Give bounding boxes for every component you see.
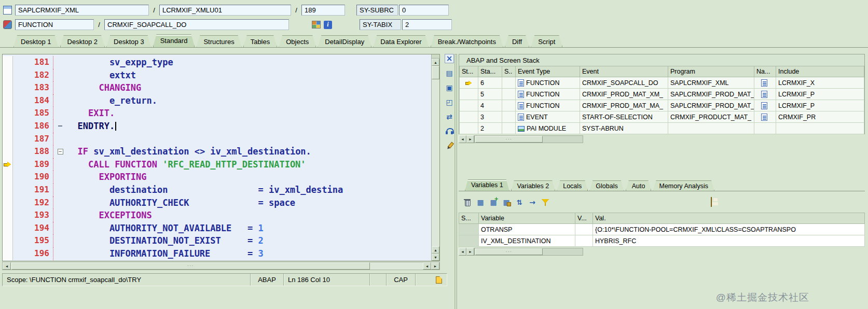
stack-row[interactable]: 4FUNCTIONCRMXIF_PROD_MAT_MA_SAPLCRMXIF_P… <box>460 100 864 111</box>
breakpoint-margin[interactable] <box>3 69 13 82</box>
navigation-icon[interactable] <box>761 91 767 98</box>
fold-margin[interactable] <box>53 234 67 247</box>
tab-detaildisplay[interactable]: DetailDisplay <box>318 35 371 47</box>
breakpoint-margin[interactable] <box>3 247 13 260</box>
editor-vertical-scrollbar[interactable]: ▲ ▲ ▼ <box>431 54 439 261</box>
info-icon[interactable] <box>324 21 332 29</box>
fold-margin[interactable] <box>53 184 67 196</box>
fold-margin[interactable] <box>53 81 67 94</box>
tab-desktop-1[interactable]: Desktop 1 <box>13 35 59 47</box>
fold-margin[interactable] <box>53 222 67 235</box>
tab-structures[interactable]: Structures <box>196 35 241 47</box>
save-icon[interactable] <box>711 197 712 207</box>
breakpoint-margin[interactable] <box>3 209 13 222</box>
tab-diff[interactable]: Diff <box>505 35 529 47</box>
navigation-icon[interactable] <box>761 102 767 109</box>
scroll-up-button[interactable]: ▲ <box>432 59 439 66</box>
tab-data-explorer[interactable]: Data Explorer <box>373 35 429 47</box>
tab-objects[interactable]: Objects <box>279 35 316 47</box>
variables-column-header-s[interactable]: S... <box>459 213 479 224</box>
event-name-field[interactable]: CRMXIF_SOAPCALL_DO <box>104 19 289 30</box>
fold-margin[interactable] <box>53 158 67 171</box>
tab-auto[interactable]: Auto <box>626 180 652 191</box>
delete-icon[interactable] <box>463 198 472 207</box>
breakpoint-margin[interactable] <box>3 145 13 158</box>
scroll-track[interactable]: ∙∙∙ <box>11 262 423 270</box>
tab-locals[interactable]: Locals <box>557 180 588 191</box>
scroll-left-button[interactable]: ◄ <box>459 248 466 256</box>
scroll-right-button[interactable]: ► <box>466 135 474 143</box>
fold-margin[interactable] <box>53 69 67 82</box>
variable-row[interactable]: IV_XML_DESTINATIONHYBRIS_RFC <box>459 235 865 247</box>
services-icon[interactable] <box>445 127 454 136</box>
horizontal-scroll-thumb[interactable]: ∙∙∙ <box>475 248 543 255</box>
scroll-right-button[interactable]: ► <box>466 248 474 256</box>
breakpoint-margin[interactable] <box>3 158 13 171</box>
scroll-left-button[interactable]: ◄ <box>423 262 431 270</box>
stack-row[interactable]: 6FUNCTIONCRMXIF_SOAPCALL_DOSAPLCRMXIF_XM… <box>460 77 864 89</box>
include-field[interactable]: LCRMXIF_XMLU01 <box>159 5 291 16</box>
breakpoint-margin[interactable] <box>3 196 13 209</box>
split-handle[interactable] <box>432 54 439 59</box>
program-field[interactable]: SAPLCRMXIF_XML <box>15 5 149 16</box>
fold-margin[interactable] <box>53 133 67 146</box>
breakpoint-margin[interactable] <box>3 184 13 196</box>
scroll-up-button[interactable]: ▲ <box>432 246 439 254</box>
variable-name-cell[interactable]: IV_XML_DESTINATION <box>479 235 575 247</box>
scroll-down-button[interactable]: ▼ <box>432 254 439 261</box>
close-icon[interactable] <box>445 54 454 63</box>
stack-row[interactable]: 3EVENTSTART-OF-SELECTIONCRMXIF_PRODUCT_M… <box>460 111 864 123</box>
table-save-icon[interactable] <box>502 198 511 207</box>
breakpoint-margin[interactable] <box>3 94 13 107</box>
horizontal-scroll-thumb[interactable]: ∙∙∙ <box>475 136 543 143</box>
stack-column-header-include[interactable]: Include <box>776 66 864 77</box>
variable-value-cell[interactable]: HYBRIS_RFC <box>593 235 865 247</box>
tab-variables-1[interactable]: Variables 1 <box>465 179 509 191</box>
stack-column-header-s[interactable]: S.. <box>502 66 516 77</box>
stack-column-header-event-type[interactable]: Event Type <box>516 66 580 77</box>
scroll-right-button[interactable]: ► <box>431 262 439 270</box>
structure-icon[interactable] <box>312 21 321 29</box>
stack-column-header-program[interactable]: Program <box>668 66 754 77</box>
stack-table[interactable]: St...Sta...S..Event TypeEventProgramNa..… <box>459 66 864 134</box>
line-number-field[interactable]: 189 <box>301 5 345 16</box>
fold-margin[interactable] <box>53 120 67 133</box>
fold-collapse-icon[interactable] <box>58 149 63 154</box>
variable-value-cell[interactable]: {O:10*\FUNCTION-POOL=CRMXIF_XML\CLASS=CS… <box>593 224 865 235</box>
fold-margin[interactable] <box>53 196 67 209</box>
move-icon[interactable] <box>528 198 537 207</box>
navigation-icon[interactable] <box>761 79 767 87</box>
editor-horizontal-scrollbar[interactable]: ◄ ∙∙∙ ◄ ► <box>2 262 440 270</box>
variable-row[interactable]: OTRANSP{O:10*\FUNCTION-POOL=CRMXIF_XML\C… <box>459 224 865 235</box>
fold-margin[interactable] <box>53 94 67 107</box>
breakpoint-margin[interactable] <box>3 56 13 69</box>
event-type-field[interactable]: FUNCTION <box>15 19 94 30</box>
abap-code-editor[interactable]: 181 sv_expp_type182 extxt183 CHANGING184… <box>2 54 440 261</box>
scroll-track[interactable]: ∙∙∙ <box>474 248 583 256</box>
navigation-icon[interactable] <box>761 114 767 121</box>
horizontal-scroll-thumb[interactable]: ∙∙∙ <box>11 262 370 270</box>
scroll-left-button[interactable]: ◄ <box>459 135 466 143</box>
panel-splitter[interactable] <box>454 54 457 309</box>
fullscreen-icon[interactable] <box>445 97 454 107</box>
tab-script[interactable]: Script <box>531 35 562 47</box>
variables-column-header-variable[interactable]: Variable <box>479 213 575 224</box>
stack-column-header-na[interactable]: Na... <box>754 66 776 77</box>
table-icon[interactable] <box>476 198 485 207</box>
fold-margin[interactable] <box>53 56 67 69</box>
stack-column-header-event[interactable]: Event <box>580 66 668 77</box>
breakpoint-margin[interactable] <box>3 81 13 94</box>
fold-margin[interactable] <box>53 145 67 158</box>
fold-margin[interactable] <box>53 107 67 120</box>
table-add-icon[interactable] <box>489 198 498 207</box>
variable-name-cell[interactable]: OTRANSP <box>479 224 575 235</box>
scroll-left-button[interactable]: ◄ <box>3 262 11 270</box>
edit-icon[interactable] <box>445 141 454 150</box>
fold-margin[interactable] <box>53 209 67 222</box>
filter-icon[interactable] <box>541 198 550 207</box>
sy-tabix-value[interactable]: 2 <box>402 19 452 30</box>
sort-icon[interactable] <box>515 198 524 207</box>
variables-horizontal-scrollbar[interactable]: ◄ ► ∙∙∙ <box>459 248 865 256</box>
fold-margin[interactable] <box>53 247 67 260</box>
stack-row[interactable]: 2PAI MODULESYST-ABRUN <box>460 123 864 134</box>
